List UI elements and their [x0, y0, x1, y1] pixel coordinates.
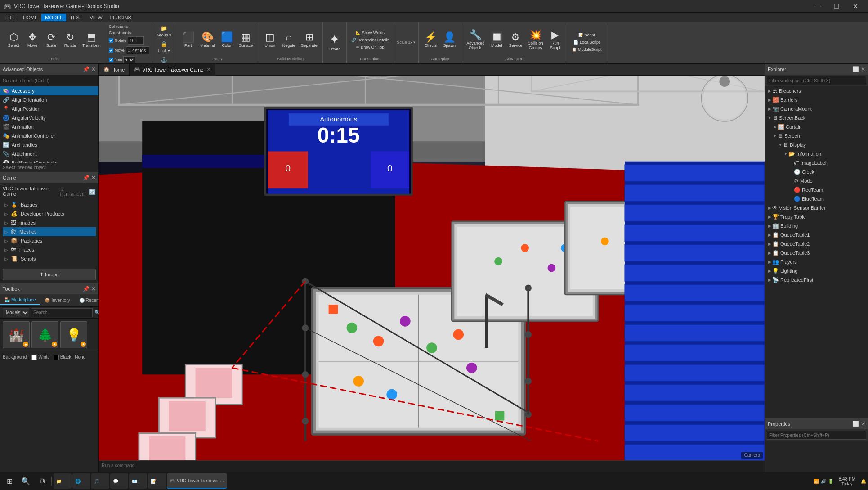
- start-button[interactable]: ⊞: [2, 473, 17, 489]
- pin-icon[interactable]: 📌: [83, 66, 89, 72]
- properties-search-input[interactable]: [767, 431, 866, 440]
- rotate-button[interactable]: ↻ Rotate: [61, 31, 79, 49]
- obj-align-orientation[interactable]: 🔗 AlignOrientation: [0, 95, 98, 104]
- toolbox-pin-icon[interactable]: 📌: [83, 286, 89, 292]
- models-select[interactable]: Models: [3, 308, 29, 317]
- menu-plugins[interactable]: PLUGINS: [106, 14, 135, 21]
- obj-animation-controller[interactable]: 🎭 AnimationController: [0, 131, 98, 140]
- explorer-expand-icon[interactable]: ⬜: [852, 66, 859, 72]
- tree-bleachers[interactable]: ▶ 🏟 Bleachers: [765, 86, 868, 95]
- maximize-button[interactable]: ❐: [828, 0, 846, 13]
- transform-button[interactable]: ⬒ Transform: [80, 31, 103, 49]
- rotate-checkbox[interactable]: [109, 38, 113, 43]
- color-button[interactable]: 🟦 Color: [218, 31, 236, 49]
- constraint-details-button[interactable]: 🔗 Constraint Details: [349, 37, 391, 43]
- toolbox-close-icon[interactable]: ✕: [91, 286, 96, 292]
- game-pin-icon[interactable]: 📌: [83, 175, 89, 181]
- game-close-icon[interactable]: ✕: [91, 175, 96, 181]
- select-button[interactable]: ⬡ Select: [4, 31, 22, 49]
- bg-white-option[interactable]: White: [31, 355, 50, 360]
- menu-view[interactable]: VIEW: [86, 14, 106, 21]
- tree-queue-table-2[interactable]: ▶ 📋 QueueTable2: [765, 239, 868, 248]
- model-button[interactable]: 🔲 Model: [488, 31, 506, 49]
- taskbar-edge[interactable]: 🌐: [72, 473, 90, 489]
- taskbar-file-explorer[interactable]: 📁: [54, 473, 72, 489]
- tree-red-team[interactable]: 🔴 RedTeam: [765, 185, 868, 194]
- model-thumb-1[interactable]: 🏰 ★: [3, 321, 30, 348]
- game-badges[interactable]: ▷ 🏅 Badges: [3, 200, 96, 209]
- module-script-button[interactable]: 📋 ModuleScript: [570, 46, 603, 53]
- move-checkbox[interactable]: [109, 48, 113, 53]
- import-button[interactable]: ⬆ Import: [3, 269, 96, 280]
- notification-icon[interactable]: 🔔: [861, 479, 866, 484]
- rotate-input[interactable]: [128, 36, 144, 45]
- inventory-tab[interactable]: 📦 Inventory: [40, 296, 74, 305]
- tree-curtain[interactable]: ▶ 🪟 Curtain: [765, 122, 868, 131]
- tree-display[interactable]: ▼ 🖥 Display: [765, 140, 868, 149]
- tree-information[interactable]: ▼ 📂 Information: [765, 149, 868, 158]
- advanced-objects-header[interactable]: Advanced Objects 📌 ✕: [0, 64, 98, 75]
- viewport-canvas[interactable]: Autonomous 0:15 0 0: [99, 76, 765, 460]
- explorer-search-input[interactable]: [767, 76, 866, 85]
- tree-lighting[interactable]: ▶ 💡 Lighting: [765, 266, 868, 275]
- tree-camera-mount[interactable]: ▶ 📷 CameraMount: [765, 104, 868, 113]
- tree-replicated-first[interactable]: ▶ 📡 ReplicatedFirst: [765, 275, 868, 284]
- toolbox-search-input[interactable]: [31, 308, 93, 317]
- search-input[interactable]: [0, 75, 98, 86]
- local-script-button[interactable]: 📄 LocalScript: [570, 39, 603, 45]
- game-meshes[interactable]: ▷ 🕸 Meshes: [3, 227, 96, 236]
- menu-model[interactable]: MODEL: [41, 14, 66, 21]
- game-packages[interactable]: ▷ 📦 Packages: [3, 236, 96, 245]
- menu-home[interactable]: HOME: [19, 14, 41, 21]
- union-button[interactable]: ◫ Union: [261, 31, 279, 49]
- tree-tropy-table[interactable]: ▶ 🏆 Tropy Table: [765, 212, 868, 221]
- move-button[interactable]: ✥ Move: [23, 31, 41, 49]
- home-tab[interactable]: 🏠 Home: [99, 64, 130, 76]
- marketplace-tab[interactable]: 🏪 Marketplace: [0, 296, 40, 305]
- tree-blue-team[interactable]: 🔵 BlueTeam: [765, 194, 868, 203]
- explorer-pin-icon[interactable]: ✕: [861, 66, 865, 72]
- obj-align-position[interactable]: 📍 AlignPosition: [0, 104, 98, 113]
- show-welds-button[interactable]: 📐 Show Welds: [349, 30, 391, 36]
- close-panel-icon[interactable]: ✕: [91, 66, 96, 72]
- game-places[interactable]: ▷ 🗺 Places: [3, 245, 96, 254]
- tree-queue-table-3[interactable]: ▶ 📋 QueueTable3: [765, 248, 868, 257]
- game-scripts[interactable]: ▷ 📜 Scripts: [3, 254, 96, 263]
- obj-ball-socket[interactable]: ⚽ BallSocketConstraint: [0, 158, 98, 163]
- explorer-header[interactable]: Explorer ⬜ ✕: [765, 64, 868, 75]
- obj-arc-handles[interactable]: 🔄 ArcHandles: [0, 140, 98, 149]
- bg-black-option[interactable]: Black: [54, 355, 71, 360]
- tree-screen-back[interactable]: ▼ 🖥 ScreenBack: [765, 113, 868, 122]
- taskbar-discord[interactable]: 💬: [110, 473, 128, 489]
- taskbar-notepad[interactable]: 📝: [148, 473, 166, 489]
- properties-header[interactable]: Properties ⬜ ✕: [765, 418, 868, 429]
- props-close-icon[interactable]: ✕: [861, 421, 865, 427]
- obj-attachment[interactable]: 📎 Attachment: [0, 149, 98, 158]
- taskbar-mail[interactable]: 📧: [129, 473, 147, 489]
- draw-on-top-button[interactable]: ✏ Draw On Top: [349, 44, 391, 50]
- model-thumb-2[interactable]: 🌲 ★: [31, 321, 58, 348]
- minimize-button[interactable]: —: [809, 0, 827, 13]
- obj-animation[interactable]: 🎬 Animation: [0, 122, 98, 131]
- tree-barriers[interactable]: ▶ 🧱 Barriers: [765, 95, 868, 104]
- tree-screen[interactable]: ▼ 🖥 Screen: [765, 131, 868, 140]
- game-viewport-tab[interactable]: 🎮 VRC Tower Takeover Game ✕: [130, 64, 215, 76]
- tree-building[interactable]: ▶ 🏢 Building: [765, 221, 868, 230]
- menu-file[interactable]: FILE: [2, 14, 19, 21]
- group-button[interactable]: 📁 Group ▾: [155, 24, 174, 38]
- tree-players[interactable]: ▶ 👥 Players: [765, 257, 868, 266]
- obj-angular-velocity[interactable]: 🌀 AngularVelocity: [0, 113, 98, 122]
- search-taskbar-button[interactable]: 🔍: [18, 473, 33, 489]
- collision-groups-button[interactable]: 💥 CollisionGroups: [525, 29, 545, 51]
- spawn-button[interactable]: 👤 Spawn: [440, 31, 458, 49]
- create-button[interactable]: ✦ Create: [326, 32, 344, 53]
- advanced-objects-button[interactable]: 🔧 AdvancedObjects: [464, 29, 487, 51]
- service-button[interactable]: ⚙ Service: [506, 31, 524, 49]
- part-button[interactable]: ⬛ Part: [179, 31, 197, 49]
- tree-clock[interactable]: 🕐 Clock: [765, 167, 868, 176]
- tree-image-label[interactable]: 🏷 ImageLabel: [765, 158, 868, 167]
- surface-button[interactable]: ▦ Surface: [237, 31, 255, 49]
- refresh-icon[interactable]: 🔄: [89, 189, 96, 195]
- bg-none-option[interactable]: None: [75, 355, 85, 360]
- join-checkbox[interactable]: [109, 58, 113, 62]
